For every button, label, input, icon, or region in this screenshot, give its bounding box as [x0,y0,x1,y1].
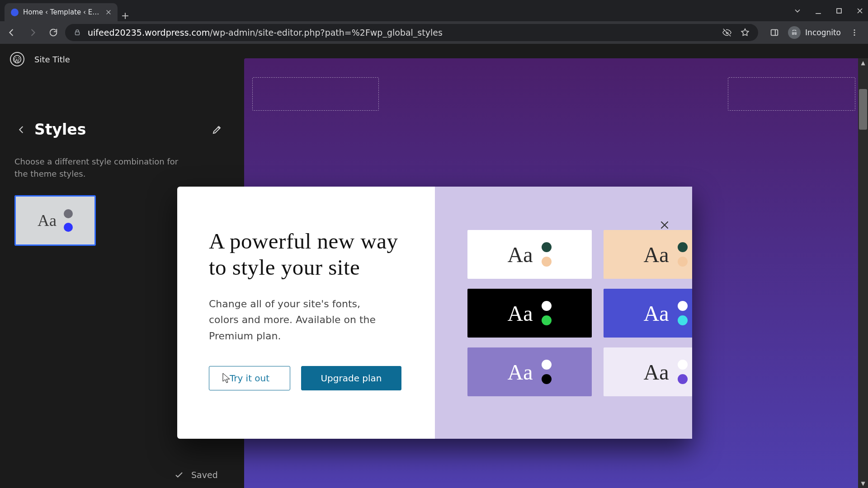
browser-tab[interactable]: Home ‹ Template ‹ Editor ‹ Site T [5,3,118,21]
window-controls [793,0,868,21]
eye-off-icon[interactable] [722,28,732,38]
style-preset-tile[interactable]: Aa [604,289,692,338]
nav-forward-icon [24,23,42,42]
url-text: uifeed20235.wordpress.com/wp-admin/site-… [88,28,443,38]
style-preset-tile[interactable]: Aa [604,347,692,396]
style-preset-tile[interactable]: Aa [467,347,592,396]
tile-swatches [542,242,552,267]
tile-swatches [542,360,552,384]
nav-back-icon[interactable] [3,23,21,42]
nav-placeholder-left[interactable] [252,77,379,111]
swatch-dot [542,315,552,325]
swatch-dot [678,374,688,384]
swatch-dot [678,315,688,325]
nav-placeholder-right[interactable] [728,77,855,111]
browser-toolbar: uifeed20235.wordpress.com/wp-admin/site-… [0,21,868,44]
tab-overview-icon[interactable] [793,6,802,15]
try-it-out-button[interactable]: Try it out [209,366,290,390]
swatch-dot [678,242,688,252]
bookmark-star-icon[interactable] [740,28,750,38]
tab-favicon [11,9,19,16]
tile-swatches [678,301,688,325]
try-it-out-label: Try it out [230,373,269,384]
tile-sample-text: Aa [644,301,669,326]
swatch-dot [678,360,688,370]
tile-swatches [678,242,688,267]
new-tab-button[interactable]: + [118,10,133,21]
side-panel-icon[interactable] [765,23,783,42]
tile-sample-text: Aa [508,242,533,267]
upgrade-plan-button[interactable]: Upgrade plan [301,366,401,390]
maximize-icon[interactable] [835,6,844,15]
pencil-edit-icon[interactable] [212,124,222,135]
svg-rect-0 [837,9,841,13]
style-preset-tile[interactable]: Aa [604,230,692,279]
scrollbar-up-icon[interactable]: ▲ [858,58,868,67]
style-preset-tile[interactable]: Aa [467,289,592,338]
styles-upsell-dialog: A powerful new way to style your site Ch… [177,187,692,439]
dialog-body: Change all of your site's fonts, colors … [209,296,390,344]
incognito-icon [788,26,801,39]
dialog-title: A powerful new way to style your site [209,228,403,281]
tile-swatches [678,360,688,384]
variation-swatches [64,209,73,232]
browser-titlebar: Home ‹ Template ‹ Editor ‹ Site T + [0,0,868,21]
swatch-dot [678,301,688,311]
upgrade-plan-label: Upgrade plan [321,373,382,384]
swatch-dot [542,242,552,252]
lock-icon [73,28,81,37]
sidebar-title: Styles [34,121,205,138]
swatch-dot [542,257,552,267]
check-icon [174,470,184,480]
save-status: Saved [174,470,218,480]
tile-sample-text: Aa [644,242,669,267]
svg-point-4 [854,32,855,33]
style-variation-tile[interactable]: Aa [14,195,96,246]
variation-sample-text: Aa [38,211,57,230]
address-bar[interactable]: uifeed20235.wordpress.com/wp-admin/site-… [65,24,758,41]
scrollbar-down-icon[interactable]: ▼ [858,479,868,488]
incognito-badge[interactable]: Incognito [788,26,841,39]
swatch-dot [64,223,73,232]
swatch-dot [678,257,688,267]
swatch-dot [542,301,552,311]
back-chevron-icon[interactable] [14,123,28,136]
svg-point-5 [854,34,855,36]
swatch-dot [64,209,73,218]
tile-sample-text: Aa [508,360,533,385]
kebab-menu-icon[interactable] [845,23,863,42]
svg-rect-1 [75,32,80,35]
sidebar-description: Choose a different style combination for… [14,155,191,180]
tab-title: Home ‹ Template ‹ Editor ‹ Site T [23,8,100,16]
mouse-cursor-icon [222,373,231,384]
preview-scrollbar-thumb[interactable] [859,89,867,130]
window-close-icon[interactable] [855,6,864,15]
tile-swatches [542,301,552,325]
tile-sample-text: Aa [508,301,533,326]
swatch-dot [542,360,552,370]
tile-sample-text: Aa [644,360,669,385]
svg-point-3 [854,29,855,31]
style-preset-tile[interactable]: Aa [467,230,592,279]
profile-label: Incognito [805,28,841,37]
swatch-dot [542,374,552,384]
minimize-icon[interactable] [814,6,823,15]
close-tab-icon[interactable] [105,9,112,16]
svg-rect-2 [771,30,778,36]
save-status-label: Saved [191,470,218,480]
reload-icon[interactable] [44,23,62,42]
